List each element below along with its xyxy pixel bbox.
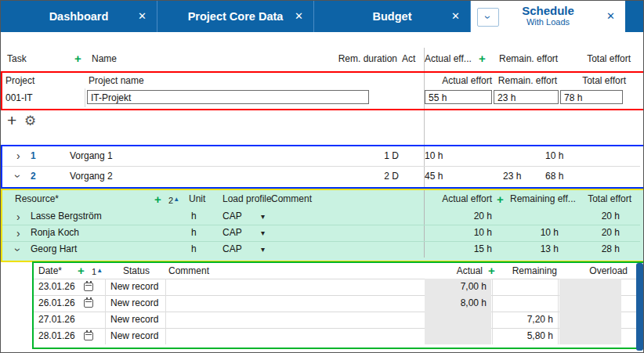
- record-row[interactable]: 28.01.26 New record 5,80 h: [34, 328, 640, 344]
- grid-line: [165, 328, 166, 344]
- project-section: Project Project name Actual effort Remai…: [1, 71, 644, 110]
- col-date[interactable]: Date*: [38, 263, 62, 279]
- expand-chevron-icon[interactable]: ›: [16, 228, 20, 239]
- resource-row[interactable]: › Ronja Koch h CAP ▾ 10 h 10 h 20 h: [2, 225, 640, 242]
- project-remaining-effort[interactable]: 23 h: [494, 90, 559, 104]
- add-actual-icon[interactable]: +: [488, 263, 495, 279]
- col-remaining-effort: Remaining eff...: [510, 190, 576, 208]
- grid-line: [105, 312, 106, 328]
- column-header-row: Task + Name Rem. duration Act Actual eff…: [1, 48, 644, 70]
- resource-total-effort: 20 h: [563, 225, 620, 241]
- record-date[interactable]: 26.01.26: [38, 295, 75, 312]
- record-date[interactable]: 28.01.26: [38, 328, 75, 344]
- resource-unit[interactable]: h: [191, 225, 197, 241]
- add-record-icon[interactable]: +: [78, 263, 85, 279]
- add-effort-icon[interactable]: +: [497, 190, 504, 208]
- task-number: 1: [31, 146, 36, 166]
- tab-project-core-data[interactable]: Project Core Data ✕: [157, 1, 314, 32]
- col-actual-effort: Actual effort: [411, 190, 492, 208]
- calendar-icon[interactable]: [84, 299, 93, 308]
- record-status[interactable]: New record: [110, 328, 158, 344]
- record-row[interactable]: 27.01.26 New record 7,20 h: [34, 312, 640, 329]
- resource-unit[interactable]: h: [191, 241, 197, 258]
- task-row[interactable]: › 2 Vorgang 2 2 D 45 h 23 h 68 h: [2, 167, 640, 186]
- record-status[interactable]: New record: [110, 279, 158, 295]
- task-name[interactable]: Vorgang 2: [70, 167, 113, 186]
- record-overload: [559, 295, 621, 312]
- tab-menu-button[interactable]: ›: [477, 8, 499, 27]
- sort-asc-icon: ▲: [173, 196, 179, 203]
- resource-name[interactable]: Lasse Bergström: [31, 208, 102, 225]
- task-duration[interactable]: 2 D: [331, 167, 399, 186]
- close-icon[interactable]: ✕: [606, 10, 615, 23]
- records-section: Date* + 1▲ Status Comment Actual + Remai…: [32, 261, 644, 349]
- record-remaining[interactable]: 5,80 h: [492, 328, 559, 344]
- task-name[interactable]: Vorgang 1: [70, 146, 113, 166]
- tab-schedule[interactable]: › Schedule With Loads ✕: [471, 1, 625, 32]
- record-remaining[interactable]: 7,20 h: [492, 312, 559, 328]
- record-date[interactable]: 23.01.26: [38, 279, 75, 295]
- resource-row[interactable]: › Georg Hart h CAP ▾ 15 h 13 h 28 h: [2, 241, 640, 258]
- expand-chevron-icon[interactable]: ›: [16, 211, 20, 222]
- add-resource-icon[interactable]: +: [154, 190, 161, 208]
- sort-indicator[interactable]: 2▲: [168, 190, 179, 210]
- dropdown-arrow-icon[interactable]: ▾: [261, 241, 265, 258]
- dropdown-arrow-icon[interactable]: ▾: [261, 225, 265, 241]
- col-act: Act: [402, 48, 415, 70]
- tab-bar: Dashboard ✕ Project Core Data ✕ Budget ✕…: [1, 1, 644, 32]
- project-actual-effort[interactable]: 55 h: [425, 90, 492, 104]
- resource-load-profile[interactable]: CAP: [223, 225, 242, 241]
- resource-unit[interactable]: h: [191, 208, 197, 225]
- add-effort-icon[interactable]: +: [479, 48, 486, 70]
- add-task-icon[interactable]: +: [74, 48, 81, 70]
- task-duration[interactable]: 1 D: [331, 146, 399, 166]
- project-name-input[interactable]: IT-Projekt: [87, 90, 369, 104]
- close-icon[interactable]: ✕: [451, 10, 460, 23]
- calendar-icon[interactable]: [84, 332, 93, 340]
- sort-indicator[interactable]: 1▲: [92, 263, 103, 279]
- record-actual: 8,00 h: [425, 295, 491, 312]
- record-status[interactable]: New record: [110, 312, 158, 328]
- col-task: Task: [7, 48, 27, 70]
- gear-icon[interactable]: ⚙: [24, 113, 36, 129]
- resource-name[interactable]: Ronja Koch: [31, 225, 79, 241]
- close-icon[interactable]: ✕: [138, 10, 147, 23]
- col-resource[interactable]: Resource*: [15, 190, 59, 208]
- dropdown-arrow-icon[interactable]: ▾: [261, 208, 265, 225]
- task-row[interactable]: › 1 Vorgang 1 1 D 10 h 10 h: [2, 146, 640, 167]
- record-remaining[interactable]: [492, 295, 559, 312]
- expand-chevron-icon[interactable]: ›: [16, 150, 20, 161]
- task-total-effort: 10 h: [545, 146, 563, 166]
- resource-actual-effort: 15 h: [411, 241, 492, 258]
- records-header-row: Date* + 1▲ Status Comment Actual + Remai…: [34, 263, 640, 279]
- col-rem-duration: Rem. duration: [328, 48, 397, 70]
- close-icon[interactable]: ✕: [295, 10, 303, 23]
- add-row-button[interactable]: +: [7, 111, 16, 130]
- grid-line: [105, 295, 106, 312]
- calendar-icon[interactable]: [84, 283, 93, 291]
- resource-total-effort: 20 h: [563, 208, 620, 225]
- resource-load-profile[interactable]: CAP: [223, 241, 242, 258]
- collapse-chevron-icon[interactable]: ›: [13, 175, 24, 178]
- resource-name[interactable]: Georg Hart: [31, 241, 77, 258]
- resource-remaining-effort: 10 h: [496, 225, 559, 241]
- project-total-effort[interactable]: 78 h: [560, 90, 623, 104]
- record-status[interactable]: New record: [110, 295, 158, 312]
- col-load-profile: Load profile: [223, 190, 272, 208]
- tab-dashboard[interactable]: Dashboard ✕: [1, 1, 157, 32]
- tab-budget[interactable]: Budget ✕: [314, 1, 471, 32]
- record-remaining[interactable]: [492, 279, 559, 295]
- record-row[interactable]: 26.01.26 New record 8,00 h: [34, 295, 640, 312]
- project-id[interactable]: 001-IT: [5, 88, 33, 107]
- task-remaining-effort: 23 h: [503, 167, 521, 186]
- record-row[interactable]: 23.01.26 New record 7,00 h: [34, 279, 640, 296]
- record-date[interactable]: 27.01.26: [38, 312, 75, 328]
- vertical-scrollbar[interactable]: [636, 263, 643, 351]
- task-actual-effort: 10 h: [425, 146, 443, 166]
- resource-row[interactable]: › Lasse Bergström h CAP ▾ 20 h 20 h: [2, 208, 640, 225]
- resource-actual-effort: 10 h: [411, 225, 492, 241]
- task-total-effort: 68 h: [545, 167, 563, 186]
- resource-actual-effort: 20 h: [411, 208, 492, 225]
- collapse-chevron-icon[interactable]: ›: [13, 248, 24, 252]
- resource-load-profile[interactable]: CAP: [223, 208, 242, 225]
